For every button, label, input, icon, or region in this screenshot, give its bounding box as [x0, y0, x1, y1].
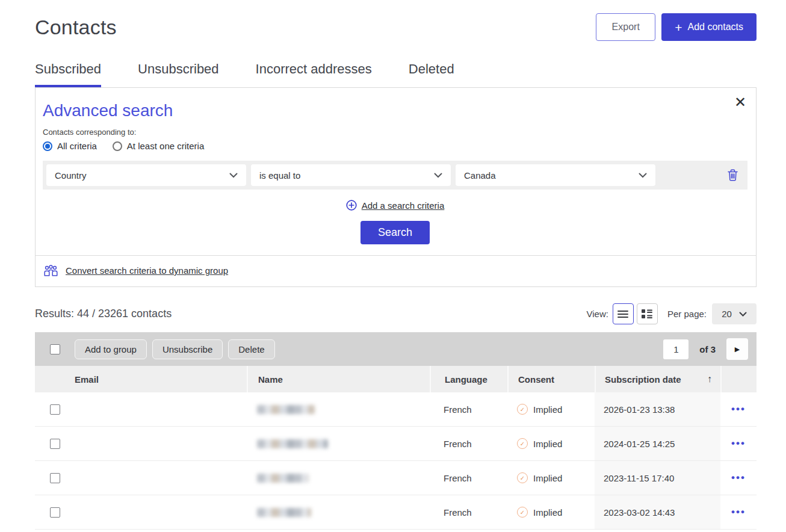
close-icon[interactable]: ✕: [734, 95, 746, 110]
language-cell: French: [430, 495, 507, 529]
chevron-down-icon: [639, 173, 647, 178]
card-view-button[interactable]: [637, 303, 658, 324]
select-all-checkbox[interactable]: [50, 344, 60, 354]
list-view-icon: [617, 310, 628, 318]
consent-cell: ✓ Implied: [507, 427, 595, 460]
per-page-label: Per page:: [667, 309, 707, 319]
consent-value: Implied: [533, 404, 562, 415]
radio-selected-icon: [43, 141, 52, 151]
per-page-select[interactable]: 20: [712, 303, 757, 324]
criteria-operator-value: is equal to: [259, 170, 300, 181]
results-count: Results: 44 / 23261 contacts: [35, 308, 172, 320]
language-cell: French: [430, 461, 507, 495]
consent-check-icon: ✓: [517, 404, 528, 415]
row-checkbox-cell: [35, 507, 75, 518]
results-bar: Results: 44 / 23261 contacts View:: [35, 303, 757, 324]
bulk-buttons: Add to group Unsubscribe Delete: [75, 339, 275, 359]
language-cell: French: [430, 427, 507, 460]
column-header-email[interactable]: Email: [75, 374, 247, 385]
chevron-down-icon: [434, 173, 442, 178]
column-header-consent[interactable]: Consent: [507, 366, 595, 392]
convert-row: Convert search criteria to dynamic group: [36, 256, 756, 286]
pagination: of 3 ▶: [663, 338, 757, 360]
criteria-field-value: Country: [55, 170, 87, 181]
consent-value: Implied: [533, 439, 562, 449]
consent-check-icon: ✓: [517, 438, 528, 449]
row-checkbox[interactable]: [50, 473, 60, 483]
subscription-date-cell: 2024-01-25 14:25: [595, 427, 720, 460]
search-button[interactable]: Search: [361, 221, 430, 244]
radio-at-least-one-criteria[interactable]: At least one criteria: [113, 141, 204, 151]
radio-all-criteria-label: All criteria: [57, 141, 97, 151]
name-cell: [247, 427, 430, 460]
next-page-button[interactable]: ▶: [726, 338, 748, 360]
tab-unsubscribed[interactable]: Unsubscribed: [138, 61, 219, 87]
criteria-value-select[interactable]: Canada: [456, 164, 655, 186]
bulk-actions-toolbar: Add to group Unsubscribe Delete of 3 ▶: [35, 332, 757, 366]
row-checkbox[interactable]: [50, 404, 60, 415]
row-actions-cell: •••: [720, 427, 757, 460]
add-to-group-button[interactable]: Add to group: [75, 339, 147, 359]
row-actions-cell: •••: [720, 461, 757, 495]
name-cell: [247, 461, 430, 495]
contacts-tabs: Subscribed Unsubscribed Incorrect addres…: [0, 41, 786, 87]
consent-check-icon: ✓: [517, 472, 528, 483]
select-all-cell: [35, 344, 75, 354]
name-cell: [247, 495, 430, 529]
redacted-name: [257, 474, 309, 483]
criteria-field-select[interactable]: Country: [46, 164, 246, 186]
row-menu-icon[interactable]: •••: [731, 506, 746, 518]
card-view-icon: [642, 309, 652, 318]
subscription-date-cell: 2026-01-23 13:38: [595, 392, 720, 426]
tab-deleted[interactable]: Deleted: [409, 61, 454, 87]
unsubscribe-button[interactable]: Unsubscribe: [152, 339, 223, 359]
row-checkbox-cell: [35, 439, 75, 449]
chevron-down-icon: [739, 312, 747, 317]
redacted-name: [257, 405, 315, 414]
row-menu-icon[interactable]: •••: [731, 438, 746, 450]
corresponding-to-label: Contacts corresponding to:: [43, 128, 747, 137]
circle-plus-icon: [346, 200, 357, 211]
convert-to-dynamic-group-link[interactable]: Convert search criteria to dynamic group: [66, 265, 228, 276]
add-contacts-button[interactable]: + Add contacts: [661, 13, 757, 41]
consent-cell: ✓ Implied: [507, 495, 595, 529]
column-header-language[interactable]: Language: [430, 366, 507, 392]
table-row: French ✓ Implied 2024-01-25 14:25 •••: [35, 427, 757, 461]
table-row: French ✓ Implied 2023-03-02 14:43 •••: [35, 495, 757, 530]
view-label: View:: [587, 309, 608, 319]
view-toggle: [613, 303, 658, 324]
tab-subscribed[interactable]: Subscribed: [35, 61, 101, 87]
criteria-match-radios: All criteria At least one criteria: [43, 141, 747, 151]
column-header-subscription-date[interactable]: Subscription date ↑: [595, 366, 720, 392]
export-button[interactable]: Export: [596, 13, 655, 41]
column-header-actions: [720, 366, 757, 392]
column-header-name[interactable]: Name: [247, 366, 430, 392]
per-page-value: 20: [722, 309, 732, 319]
row-checkbox[interactable]: [50, 439, 60, 449]
row-checkbox-cell: [35, 404, 75, 415]
criteria-value: Canada: [464, 170, 496, 181]
criteria-operator-select[interactable]: is equal to: [251, 164, 451, 186]
next-page-icon: ▶: [735, 345, 740, 353]
plus-icon: +: [675, 21, 682, 34]
page-number-input[interactable]: [663, 339, 689, 359]
subscription-date-label: Subscription date: [605, 374, 681, 385]
add-search-criteria-link[interactable]: Add a search criteria: [362, 200, 445, 211]
sort-ascending-icon[interactable]: ↑: [707, 374, 712, 385]
redacted-name: [257, 508, 311, 517]
row-menu-icon[interactable]: •••: [731, 472, 746, 484]
tab-incorrect-addresses[interactable]: Incorrect addresses: [256, 61, 372, 87]
consent-check-icon: ✓: [517, 507, 528, 518]
delete-button[interactable]: Delete: [228, 339, 274, 359]
radio-all-criteria[interactable]: All criteria: [43, 141, 97, 151]
page-header: Contacts Export + Add contacts: [35, 0, 757, 41]
consent-value: Implied: [533, 507, 562, 518]
delete-criteria-button[interactable]: [724, 169, 741, 181]
chevron-down-icon: [229, 173, 238, 178]
search-criteria-row: Country is equal to Canada: [43, 161, 747, 190]
advanced-search-body: Advanced search Contacts corresponding t…: [36, 88, 756, 244]
row-menu-icon[interactable]: •••: [731, 403, 746, 415]
radio-unselected-icon: [113, 141, 122, 151]
list-view-button[interactable]: [613, 303, 634, 324]
row-checkbox[interactable]: [50, 507, 60, 518]
